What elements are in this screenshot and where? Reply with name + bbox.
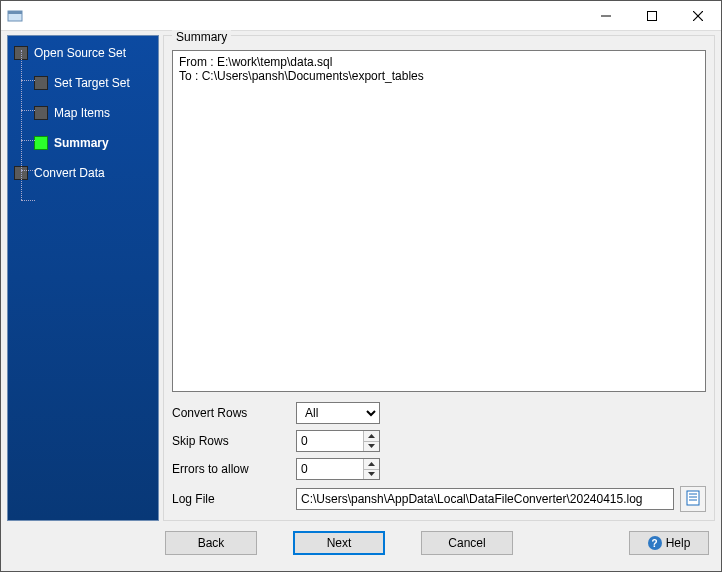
step-label: Summary: [54, 136, 109, 150]
titlebar: [1, 1, 721, 31]
step-node-icon: [34, 76, 48, 90]
wizard-sidebar: Open Source Set Set Target Set Map Items…: [7, 35, 159, 521]
step-label: Open Source Set: [34, 46, 126, 60]
row-errors-allow: Errors to allow: [172, 458, 706, 480]
step-summary[interactable]: Summary: [8, 132, 158, 154]
spin-down-button[interactable]: [364, 469, 379, 480]
close-button[interactable]: [675, 1, 721, 31]
step-label: Convert Data: [34, 166, 105, 180]
svg-marker-9: [368, 472, 375, 476]
row-convert-rows: Convert Rows All: [172, 402, 706, 424]
step-convert-data[interactable]: Convert Data: [8, 162, 158, 184]
document-icon: [685, 490, 701, 509]
spin-up-button[interactable]: [364, 431, 379, 441]
row-skip-rows: Skip Rows: [172, 430, 706, 452]
svg-rect-10: [687, 491, 699, 505]
app-icon: [7, 8, 23, 24]
step-open-source-set[interactable]: Open Source Set: [8, 42, 158, 64]
summary-group: Summary From : E:\work\temp\data.sql To …: [163, 35, 715, 521]
titlebar-left: [1, 8, 23, 24]
step-label: Map Items: [54, 106, 110, 120]
cancel-button[interactable]: Cancel: [421, 531, 513, 555]
minimize-button[interactable]: [583, 1, 629, 31]
summary-textarea[interactable]: From : E:\work\temp\data.sql To : C:\Use…: [172, 50, 706, 392]
main-row: Open Source Set Set Target Set Map Items…: [7, 35, 715, 521]
input-errors-allow[interactable]: [297, 459, 363, 479]
maximize-button[interactable]: [629, 1, 675, 31]
step-label: Set Target Set: [54, 76, 130, 90]
help-button[interactable]: ? Help: [629, 531, 709, 555]
window-controls: [583, 1, 721, 31]
spin-buttons: [363, 459, 379, 479]
client-area: Open Source Set Set Target Set Map Items…: [1, 31, 721, 571]
select-convert-rows[interactable]: All: [296, 402, 380, 424]
spinner-errors-allow[interactable]: [296, 458, 380, 480]
content-pane: Summary From : E:\work\temp\data.sql To …: [163, 35, 715, 521]
label-convert-rows: Convert Rows: [172, 406, 296, 420]
svg-rect-1: [8, 11, 22, 14]
svg-marker-6: [368, 434, 375, 438]
browse-log-button[interactable]: [680, 486, 706, 512]
step-map-items[interactable]: Map Items: [8, 102, 158, 124]
row-log-file: Log File: [172, 486, 706, 512]
tree-connector: [21, 50, 22, 200]
svg-marker-8: [368, 462, 375, 466]
group-title: Summary: [172, 30, 231, 44]
label-log-file: Log File: [172, 492, 296, 506]
wizard-button-row: Back Next Cancel ? Help: [7, 521, 715, 565]
spin-buttons: [363, 431, 379, 451]
step-node-icon: [34, 106, 48, 120]
input-skip-rows[interactable]: [297, 431, 363, 451]
step-node-active-icon: [34, 136, 48, 150]
svg-marker-7: [368, 444, 375, 448]
input-log-file[interactable]: [296, 488, 674, 510]
label-skip-rows: Skip Rows: [172, 434, 296, 448]
svg-rect-3: [648, 11, 657, 20]
back-button[interactable]: Back: [165, 531, 257, 555]
label-errors-allow: Errors to allow: [172, 462, 296, 476]
help-icon: ?: [648, 536, 662, 550]
next-button[interactable]: Next: [293, 531, 385, 555]
spin-up-button[interactable]: [364, 459, 379, 469]
options-form: Convert Rows All Skip Rows: [172, 402, 706, 512]
spin-down-button[interactable]: [364, 441, 379, 452]
app-window: Open Source Set Set Target Set Map Items…: [0, 0, 722, 572]
step-set-target-set[interactable]: Set Target Set: [8, 72, 158, 94]
spinner-skip-rows[interactable]: [296, 430, 380, 452]
